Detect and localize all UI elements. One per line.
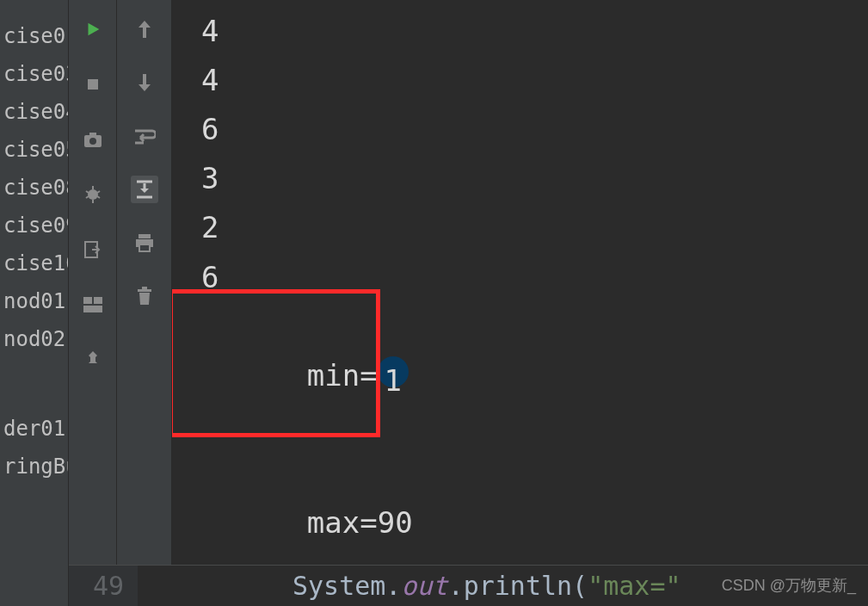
- project-item[interactable]: cise09: [0, 207, 68, 244]
- code-token: System.: [292, 571, 401, 601]
- run-icon[interactable]: [79, 15, 107, 43]
- output-line: 2: [201, 203, 847, 252]
- console-output[interactable]: 4 4 6 3 2 6 min=1 max=90 Process finishe…: [172, 0, 868, 565]
- trash-icon[interactable]: [131, 282, 158, 310]
- run-tool-window: 4 4 6 3 2 6 min=1 max=90 Process finishe…: [69, 0, 868, 565]
- svg-rect-13: [142, 287, 147, 289]
- project-item[interactable]: cise04: [0, 93, 68, 131]
- pin-icon[interactable]: [79, 346, 107, 374]
- arrow-down-icon[interactable]: [131, 69, 158, 96]
- svg-rect-0: [88, 79, 98, 90]
- code-token: "max=": [588, 571, 680, 601]
- project-item[interactable]: nod02: [0, 320, 68, 358]
- soft-wrap-icon[interactable]: [131, 122, 158, 150]
- svg-rect-7: [94, 297, 102, 304]
- svg-point-4: [88, 189, 98, 200]
- debug-icon[interactable]: [79, 181, 107, 208]
- layout-icon[interactable]: [79, 291, 107, 318]
- svg-rect-11: [139, 244, 150, 251]
- stop-icon[interactable]: [79, 71, 107, 98]
- scroll-to-end-icon[interactable]: [131, 176, 158, 203]
- line-number: 49: [69, 566, 138, 606]
- output-line: 6: [201, 253, 847, 302]
- output-line: 4: [201, 7, 847, 56]
- editor-line: 49 System.out.println("max=": [69, 565, 868, 606]
- output-line-min: min=1: [201, 302, 847, 449]
- arrow-up-icon[interactable]: [131, 15, 158, 43]
- svg-rect-8: [83, 306, 102, 312]
- min-label: min=: [307, 358, 378, 393]
- svg-rect-3: [89, 133, 96, 136]
- output-line: 3: [201, 154, 847, 203]
- console-toolbar-right: [117, 0, 172, 565]
- svg-point-2: [89, 138, 96, 145]
- project-item[interactable]: cise01: [0, 17, 68, 55]
- project-item[interactable]: cise10: [0, 244, 68, 282]
- editor-code[interactable]: System.out.println("max=": [138, 571, 868, 601]
- project-item[interactable]: cise08: [0, 169, 68, 207]
- output-line: 6: [201, 105, 847, 154]
- project-item[interactable]: der01: [0, 410, 68, 448]
- max-label: max=: [307, 505, 378, 540]
- project-item[interactable]: cise03: [0, 55, 68, 93]
- svg-rect-6: [83, 297, 92, 304]
- output-line: 4: [201, 56, 847, 105]
- exit-icon[interactable]: [79, 236, 107, 263]
- output-line-max: max=90: [201, 449, 847, 565]
- console-toolbar-left: [69, 0, 117, 565]
- svg-rect-12: [138, 289, 151, 292]
- max-value: 90: [378, 505, 413, 540]
- camera-icon[interactable]: [79, 126, 107, 153]
- text-cursor-highlight: 1: [378, 356, 409, 387]
- project-item[interactable]: nod01: [0, 282, 68, 320]
- project-item[interactable]: cise05: [0, 131, 68, 169]
- code-token: out: [401, 571, 447, 601]
- project-item[interactable]: ringBu: [0, 448, 68, 485]
- print-icon[interactable]: [131, 229, 158, 257]
- project-panel: cise01 cise03 cise04 cise05 cise08 cise0…: [0, 0, 69, 606]
- svg-rect-9: [139, 234, 151, 238]
- code-token: .println(: [448, 571, 588, 601]
